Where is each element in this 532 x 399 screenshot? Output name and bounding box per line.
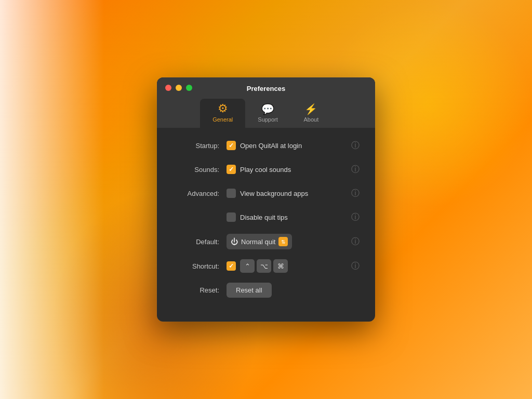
gear-icon: ⚙ — [218, 103, 228, 114]
preferences-window: Preferences ⚙ General 💬 Support ⚡ About — [157, 77, 375, 322]
power-icon: ⏻ — [231, 237, 238, 246]
sounds-help-icon[interactable]: ⓘ — [351, 164, 360, 175]
advanced-text-1: View background apps — [240, 190, 308, 197]
shortcut-checkbox[interactable] — [227, 261, 236, 271]
startup-checkbox[interactable] — [227, 141, 236, 150]
advanced-row1: Advanced: View background apps ⓘ — [172, 186, 360, 201]
sounds-controls: Play cool sounds — [227, 165, 351, 174]
advanced-checkbox-1[interactable] — [227, 189, 236, 198]
advanced-row2: Disable quit tips ⓘ — [172, 210, 360, 224]
advanced-help-icon-2[interactable]: ⓘ — [351, 212, 360, 223]
tab-general[interactable]: ⚙ General — [200, 99, 245, 128]
advanced-help-icon-1[interactable]: ⓘ — [351, 188, 360, 199]
default-label: Default: — [172, 238, 219, 246]
window-title: Preferences — [247, 85, 285, 92]
shortcut-label: Shortcut: — [172, 262, 219, 270]
tab-about-label: About — [303, 116, 318, 123]
tab-about[interactable]: ⚡ About — [290, 100, 332, 128]
advanced-text-2: Disable quit tips — [240, 214, 288, 221]
startup-help-icon[interactable]: ⓘ — [351, 140, 360, 151]
traffic-lights — [165, 85, 192, 91]
advanced-controls-2: Disable quit tips — [227, 212, 351, 222]
close-button[interactable] — [165, 85, 171, 91]
shortcut-row: Shortcut: ⌃ ⌥ ⌘ ⓘ — [172, 259, 360, 273]
default-controls: ⏻ Normal quit ⇅ — [227, 234, 351, 249]
settings-content: Startup: Open QuitAll at login ⓘ Sounds:… — [157, 128, 375, 322]
tab-general-label: General — [212, 116, 233, 123]
dropdown-arrow-icon: ⇅ — [278, 237, 288, 246]
startup-row: Startup: Open QuitAll at login ⓘ — [172, 138, 360, 153]
sounds-text: Play cool sounds — [240, 166, 291, 174]
minimize-button[interactable] — [176, 85, 182, 91]
tab-support[interactable]: 💬 Support — [245, 100, 290, 128]
shortcut-help-icon[interactable]: ⓘ — [351, 261, 360, 272]
shortcut-keys: ⌃ ⌥ ⌘ — [240, 259, 288, 273]
default-dropdown[interactable]: ⏻ Normal quit ⇅ — [227, 234, 292, 249]
reset-label: Reset: — [172, 286, 219, 294]
tab-bar: ⚙ General 💬 Support ⚡ About — [200, 99, 332, 128]
startup-text: Open QuitAll at login — [240, 142, 302, 150]
sounds-checkbox[interactable] — [227, 165, 236, 174]
maximize-button[interactable] — [186, 85, 192, 91]
control-key[interactable]: ⌃ — [240, 259, 255, 273]
tab-support-label: Support — [258, 116, 278, 123]
command-key[interactable]: ⌘ — [273, 259, 288, 273]
advanced-controls-1: View background apps — [227, 189, 351, 198]
option-key[interactable]: ⌥ — [257, 259, 271, 273]
titlebar: Preferences ⚙ General 💬 Support ⚡ About — [157, 77, 375, 128]
reset-all-button[interactable]: Reset all — [227, 283, 272, 298]
window-container: Preferences ⚙ General 💬 Support ⚡ About — [157, 77, 375, 322]
reset-controls: Reset all — [227, 283, 360, 298]
sounds-row: Sounds: Play cool sounds ⓘ — [172, 162, 360, 177]
shortcut-controls: ⌃ ⌥ ⌘ — [227, 259, 351, 273]
startup-controls: Open QuitAll at login — [227, 141, 351, 150]
advanced-label: Advanced: — [172, 190, 219, 197]
advanced-checkbox-2[interactable] — [227, 212, 236, 222]
default-row: Default: ⏻ Normal quit ⇅ ⓘ — [172, 234, 360, 249]
sounds-label: Sounds: — [172, 166, 219, 174]
default-help-icon[interactable]: ⓘ — [351, 236, 360, 247]
reset-row: Reset: Reset all — [172, 283, 360, 298]
support-icon: 💬 — [261, 104, 274, 114]
default-dropdown-text: Normal quit — [241, 238, 275, 246]
bolt-icon: ⚡ — [304, 104, 317, 114]
startup-label: Startup: — [172, 142, 219, 150]
